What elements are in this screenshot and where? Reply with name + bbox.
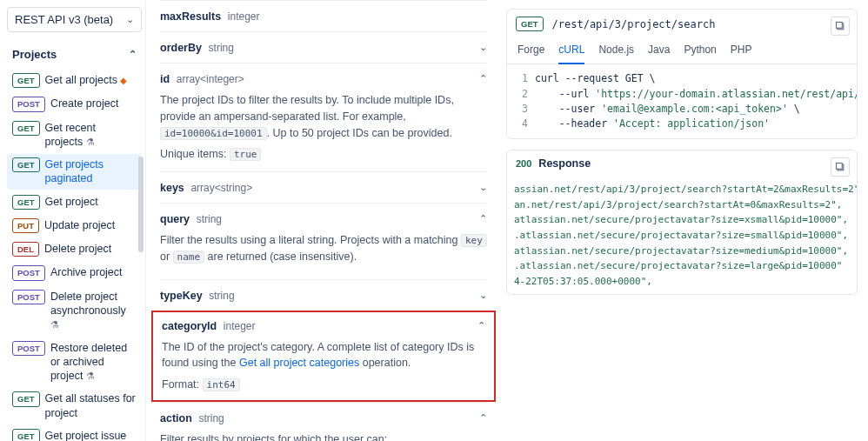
status-code: 200 (516, 158, 531, 169)
svg-rect-3 (837, 164, 843, 170)
api-version-selector[interactable]: REST API v3 (beta)⌄ (7, 7, 142, 32)
nav-label: Get all statuses for project (45, 391, 137, 420)
method-badge: PUT (12, 218, 39, 233)
tab-node.js[interactable]: Node.js (598, 38, 634, 63)
copy-button[interactable] (831, 17, 850, 36)
link-get-all-categories[interactable]: Get all project categories (239, 357, 359, 369)
main-content: maxResults integer orderBy string⌄ id ar… (146, 0, 501, 441)
code-panel: GET /rest/api/3/project/search ForgecURL… (501, 0, 866, 441)
nav-label: Get project issue type hierarchy (45, 429, 137, 441)
chevron-down-icon: ⌄ (479, 42, 487, 53)
param-query: query string⌃ Filter the results using a… (160, 203, 487, 279)
param-keys: keys array<string>⌄ (160, 171, 487, 203)
nav-label: Update project (44, 218, 137, 232)
request-code: 1curl --request GET \2 --url 'https://yo… (507, 64, 857, 138)
sidebar-item[interactable]: DELDelete project (7, 238, 142, 260)
nav-label: Archive project (50, 265, 137, 279)
response-box: 200 Response assian.net/rest/api/3/proje… (506, 150, 858, 295)
nav-label: Get all projects ◆ (45, 73, 137, 87)
param-id: id array<integer>⌃ The project IDs to fi… (160, 63, 487, 171)
method-badge: POST (12, 265, 45, 280)
param-categoryid: categoryId integer⌃ The ID of the projec… (151, 311, 496, 402)
endpoint-path: /rest/api/3/project/search (552, 18, 716, 30)
chevron-up-icon: ⌃ (129, 49, 137, 60)
nav-label: Delete project asynchronously ⚗ (50, 290, 137, 332)
chevron-up-icon: ⌃ (479, 73, 487, 84)
nav-label: Get projects paginated (45, 157, 137, 186)
deprecated-icon: ◆ (120, 76, 127, 85)
param-typekey: typeKey string⌄ (160, 279, 487, 311)
sidebar-item[interactable]: GETGet all statuses for project (7, 388, 142, 424)
copy-button[interactable] (831, 157, 850, 177)
response-label: Response (538, 157, 591, 170)
tab-curl[interactable]: cURL (558, 38, 584, 64)
sidebar-item[interactable]: POSTCreate project (7, 93, 142, 115)
method-badge: POST (12, 290, 45, 304)
param-maxresults: maxResults integer (160, 0, 487, 31)
chevron-down-icon: ⌄ (126, 14, 134, 25)
nav-label: Get project (45, 195, 137, 209)
method-badge: GET (516, 17, 544, 31)
sidebar-item[interactable]: PUTUpdate project (7, 215, 142, 237)
method-badge: DEL (12, 242, 39, 257)
method-badge: GET (12, 195, 40, 210)
flask-icon: ⚗ (50, 319, 59, 330)
language-tabs: ForgecURLNode.jsJavaPythonPHP (507, 38, 857, 64)
response-body: assian.net/rest/api/3/project/search?sta… (507, 177, 857, 294)
svg-rect-1 (837, 23, 843, 29)
method-badge: GET (12, 121, 40, 136)
sidebar: REST API v3 (beta)⌄ Projects⌃ GETGet all… (0, 0, 146, 441)
flask-icon: ⚗ (86, 371, 95, 381)
flask-icon: ⚗ (86, 137, 95, 147)
chevron-down-icon: ⌄ (479, 290, 487, 301)
sidebar-item[interactable]: GETGet projects paginated (7, 154, 142, 190)
sidebar-item[interactable]: POSTRestore deleted or archived project … (7, 337, 142, 387)
sidebar-section-projects[interactable]: Projects⌃ (7, 44, 142, 64)
method-badge: GET (12, 429, 40, 441)
sidebar-item[interactable]: POSTDelete project asynchronously ⚗ (7, 286, 142, 336)
sidebar-item[interactable]: GETGet project (7, 191, 142, 213)
param-action: action string⌃ Filter results by project… (160, 402, 487, 441)
sidebar-item[interactable]: GETGet recent projects ⚗ (7, 117, 142, 153)
method-badge: GET (12, 73, 40, 88)
method-badge: POST (12, 97, 45, 111)
tab-forge[interactable]: Forge (517, 38, 544, 63)
sidebar-item[interactable]: GETGet project issue type hierarchy (7, 425, 142, 441)
tab-python[interactable]: Python (684, 38, 716, 63)
method-badge: GET (12, 157, 40, 172)
method-badge: GET (12, 391, 40, 406)
nav-label: Create project (50, 97, 137, 110)
sidebar-item[interactable]: GETGet all projects ◆ (7, 70, 142, 91)
tab-php[interactable]: PHP (731, 38, 752, 63)
chevron-up-icon: ⌃ (479, 412, 487, 424)
request-box: GET /rest/api/3/project/search ForgecURL… (506, 9, 858, 139)
param-orderby: orderBy string⌄ (160, 31, 487, 63)
chevron-down-icon: ⌄ (479, 182, 487, 193)
nav-label: Get recent projects ⚗ (45, 121, 137, 150)
tab-java[interactable]: Java (648, 38, 670, 63)
method-badge: POST (12, 341, 45, 356)
chevron-up-icon: ⌃ (479, 213, 487, 224)
nav-label: Restore deleted or archived project ⚗ (50, 341, 137, 384)
nav-label: Delete project (44, 242, 137, 256)
chevron-up-icon: ⌃ (477, 320, 485, 331)
sidebar-item[interactable]: POSTArchive project (7, 262, 142, 284)
